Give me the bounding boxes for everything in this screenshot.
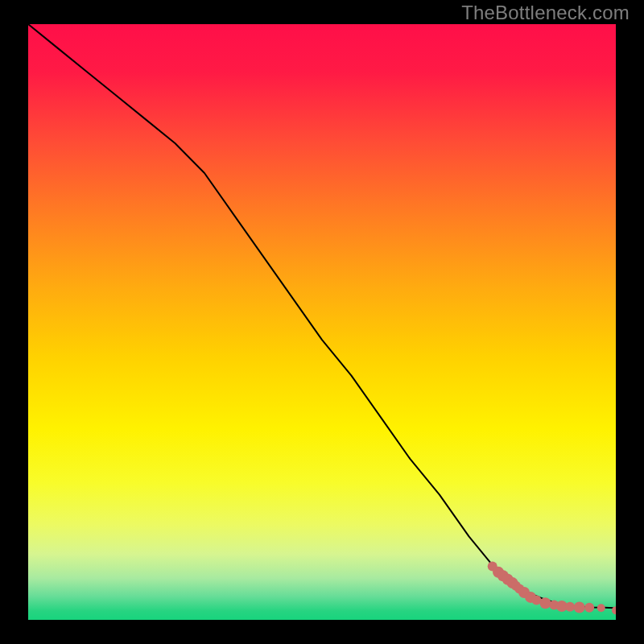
data-marker — [597, 604, 605, 612]
gradient-background — [28, 24, 616, 620]
data-marker — [565, 602, 575, 612]
data-marker — [574, 601, 585, 613]
bottleneck-chart — [28, 24, 616, 620]
chart-frame: TheBottleneck.com — [0, 0, 644, 644]
data-marker — [584, 603, 594, 613]
data-marker — [539, 597, 551, 609]
attribution-text: TheBottleneck.com — [461, 2, 630, 24]
